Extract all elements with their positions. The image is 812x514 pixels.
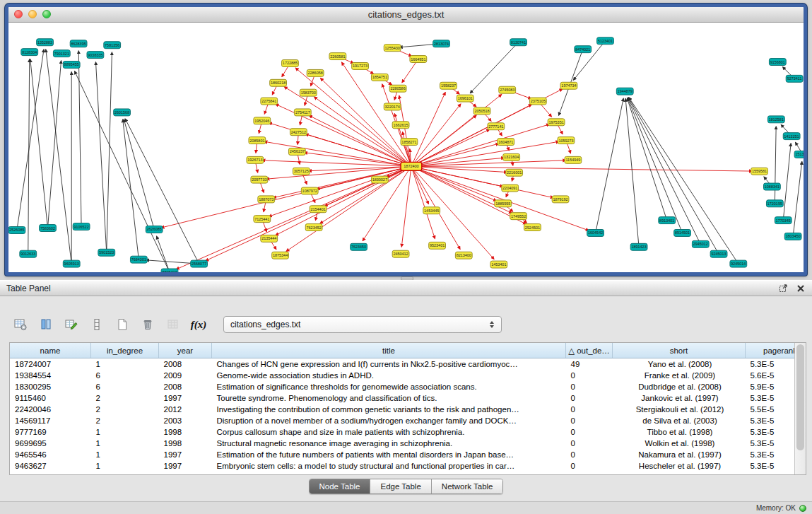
graph-node[interactable]: 1059273 xyxy=(558,137,575,144)
graph-node[interactable]: 1803450 xyxy=(784,233,801,240)
citation-edge-black[interactable] xyxy=(48,61,61,228)
column-header-name[interactable]: name xyxy=(10,343,91,358)
table-row[interactable]: 1830029562008Estimation of significance … xyxy=(10,381,794,392)
network-canvas[interactable]: 8128304135288379013218628395903833575813… xyxy=(8,23,804,272)
graph-node[interactable]: 1887073 xyxy=(258,196,275,203)
citation-edge-black[interactable] xyxy=(775,127,776,204)
graph-node[interactable]: 1696101 xyxy=(457,95,473,102)
graph-node[interactable]: 1860218 xyxy=(270,79,287,86)
edit-table-icon[interactable] xyxy=(61,315,82,334)
citation-edge-black[interactable] xyxy=(627,98,666,221)
graph-node[interactable]: 2154401 xyxy=(310,206,326,213)
citation-edge-black[interactable] xyxy=(596,98,624,233)
graph-node[interactable]: 1885955 xyxy=(495,200,512,207)
table-row[interactable]: 977716911998Corpus callosum shape and si… xyxy=(10,426,794,438)
graph-node[interactable]: 1321604 xyxy=(503,153,520,160)
column-header-in_degree[interactable]: in_degree xyxy=(91,343,159,358)
graph-node[interactable]: 2777141 xyxy=(488,123,505,130)
graph-node[interactable]: 1875344 xyxy=(272,252,289,259)
graph-node[interactable]: 7581356 xyxy=(104,42,121,49)
citation-edge-red[interactable] xyxy=(411,166,553,197)
citation-edge-red[interactable] xyxy=(411,166,497,201)
table-selector[interactable]: citations_edges.txt xyxy=(223,316,502,333)
graph-node[interactable]: 1352883 xyxy=(37,39,54,46)
graph-node[interactable]: 2275841 xyxy=(261,98,278,105)
network-window-titlebar[interactable]: citations_edges.txt xyxy=(8,7,804,23)
table-row[interactable]: 946362711997Embryonic stem cells: a mode… xyxy=(10,460,794,472)
citation-edge-black[interactable] xyxy=(157,236,170,272)
graph-hub-node[interactable]: 1872400 xyxy=(401,162,422,170)
graph-node[interactable]: 1926713 xyxy=(247,156,264,163)
graph-node[interactable]: 9605913 xyxy=(63,260,80,267)
graph-node[interactable]: 2050518 xyxy=(473,107,490,115)
tab-network-table[interactable]: Network Table xyxy=(431,479,503,493)
graph-node[interactable]: 1983703 xyxy=(300,89,317,96)
graph-node[interactable]: 9156801 xyxy=(769,59,786,66)
citation-edge-red[interactable] xyxy=(269,166,411,216)
graph-node[interactable]: 7583602 xyxy=(40,225,57,232)
graph-node[interactable]: 1513456 xyxy=(794,151,804,158)
vertical-scrollbar[interactable] xyxy=(794,343,806,474)
table-row[interactable]: 911546021997Tourette syndrome. Phenomeno… xyxy=(10,392,794,404)
citation-edge-black[interactable] xyxy=(74,71,170,272)
citation-edge-black[interactable] xyxy=(125,119,199,264)
citation-edge-black[interactable] xyxy=(95,62,106,253)
graph-node[interactable]: 2260581 xyxy=(329,53,346,60)
graph-node[interactable]: 2216001 xyxy=(506,169,523,176)
graph-node[interactable]: 9523401 xyxy=(429,242,446,249)
graph-node[interactable]: 1858271 xyxy=(401,139,418,146)
tab-edge-table[interactable]: Edge Table xyxy=(370,479,430,493)
graph-node[interactable]: 7684301 xyxy=(130,256,147,263)
graph-node[interactable]: 8895455 xyxy=(63,62,80,69)
citation-edge-red[interactable] xyxy=(305,134,411,167)
row-height-icon[interactable] xyxy=(86,315,107,334)
graph-node[interactable]: 3057125 xyxy=(293,168,310,175)
graph-node[interactable]: 1854751 xyxy=(371,74,388,81)
citation-edge-black[interactable] xyxy=(793,161,802,236)
graph-node[interactable]: 1958237 xyxy=(440,82,457,89)
graph-node[interactable]: 8628395 xyxy=(70,40,87,47)
graph-node[interactable]: 2526085 xyxy=(8,227,25,234)
citation-edge-black[interactable] xyxy=(107,52,112,253)
graph-node[interactable]: 3220174 xyxy=(384,103,401,110)
citation-edge-black[interactable] xyxy=(628,98,719,254)
minimize-button[interactable] xyxy=(28,10,37,18)
graph-node[interactable]: 2427512 xyxy=(290,129,307,136)
show-columns-icon[interactable] xyxy=(35,315,57,334)
graph-node[interactable]: 1720195 xyxy=(766,200,783,207)
graph-node[interactable]: 1722885 xyxy=(282,60,299,67)
graph-node[interactable]: 2097733 xyxy=(251,176,268,183)
graph-node[interactable]: 2745083 xyxy=(499,86,516,93)
graph-node[interactable]: 1662615 xyxy=(392,122,409,129)
tab-node-table[interactable]: Node Table xyxy=(310,479,370,493)
graph-node[interactable]: 8128304 xyxy=(21,49,38,56)
graph-node[interactable]: 1453445 xyxy=(423,207,440,214)
column-header-title[interactable]: title xyxy=(212,343,566,358)
graph-node[interactable]: 1413251 xyxy=(783,133,800,140)
citation-edge-red[interactable] xyxy=(411,144,499,166)
graph-node[interactable]: 1088341 xyxy=(764,183,781,190)
graph-node[interactable]: 2456237 xyxy=(288,148,305,155)
table-row[interactable]: 969969511998Structural magnetic resonanc… xyxy=(10,438,794,449)
graph-node[interactable]: 2280586 xyxy=(389,85,406,92)
graph-node[interactable]: 9012633 xyxy=(20,250,37,257)
graph-node[interactable]: 9245014 xyxy=(730,260,747,267)
graph-node[interactable]: 9273411 xyxy=(786,75,803,82)
citation-edge-red[interactable] xyxy=(411,141,559,166)
graph-node[interactable]: 7623452 xyxy=(305,224,322,231)
table-row[interactable]: 2242004622012Investigating the contribut… xyxy=(10,404,794,415)
graph-node[interactable]: 5901523 xyxy=(98,249,115,256)
graph-node[interactable]: 1154949 xyxy=(565,156,582,163)
graph-node[interactable]: 2754117 xyxy=(294,109,311,116)
close-button[interactable] xyxy=(14,10,23,18)
graph-node[interactable]: 1087972 xyxy=(301,187,318,194)
new-column-icon[interactable] xyxy=(112,315,133,334)
table-row[interactable]: 1938455462009Genome-wide association stu… xyxy=(10,370,794,381)
float-panel-icon[interactable] xyxy=(779,284,788,293)
graph-node[interactable]: 9106522 xyxy=(73,223,90,230)
graph-node[interactable]: 1975351 xyxy=(548,119,565,126)
graph-node[interactable]: 7125441 xyxy=(254,216,271,223)
graph-node[interactable]: 1255430 xyxy=(384,45,401,52)
graph-node[interactable]: 8914501 xyxy=(674,230,691,237)
graph-node[interactable]: 2450412 xyxy=(392,250,409,257)
